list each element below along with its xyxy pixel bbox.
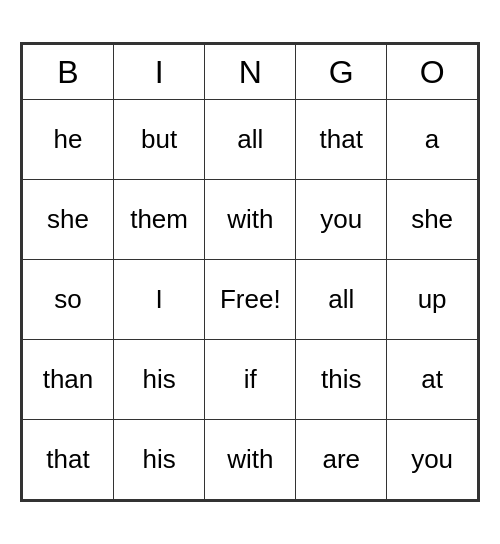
header-cell-n: N — [205, 45, 296, 100]
cell-r0-c0: he — [23, 100, 114, 180]
cell-r2-c0: so — [23, 260, 114, 340]
cell-r4-c4: you — [387, 420, 478, 500]
cell-r3-c3: this — [296, 340, 387, 420]
cell-r4-c1: his — [113, 420, 204, 500]
header-cell-b: B — [23, 45, 114, 100]
cell-r0-c2: all — [205, 100, 296, 180]
cell-r1-c0: she — [23, 180, 114, 260]
table-row: thathiswithareyou — [23, 420, 478, 500]
cell-r4-c3: are — [296, 420, 387, 500]
cell-r1-c3: you — [296, 180, 387, 260]
header-cell-i: I — [113, 45, 204, 100]
cell-r1-c2: with — [205, 180, 296, 260]
cell-r1-c4: she — [387, 180, 478, 260]
cell-r2-c2: Free! — [205, 260, 296, 340]
table-row: soIFree!allup — [23, 260, 478, 340]
cell-r4-c2: with — [205, 420, 296, 500]
table-row: hebutallthata — [23, 100, 478, 180]
bingo-table: BINGO hebutallthatashethemwithyoushesoIF… — [22, 44, 478, 500]
cell-r0-c1: but — [113, 100, 204, 180]
header-cell-o: O — [387, 45, 478, 100]
cell-r3-c4: at — [387, 340, 478, 420]
table-row: thanhisifthisat — [23, 340, 478, 420]
cell-r3-c1: his — [113, 340, 204, 420]
cell-r1-c1: them — [113, 180, 204, 260]
bingo-card: BINGO hebutallthatashethemwithyoushesoIF… — [20, 42, 480, 502]
cell-r2-c3: all — [296, 260, 387, 340]
cell-r0-c3: that — [296, 100, 387, 180]
cell-r2-c4: up — [387, 260, 478, 340]
cell-r2-c1: I — [113, 260, 204, 340]
header-row: BINGO — [23, 45, 478, 100]
header-cell-g: G — [296, 45, 387, 100]
cell-r3-c0: than — [23, 340, 114, 420]
cell-r4-c0: that — [23, 420, 114, 500]
cell-r3-c2: if — [205, 340, 296, 420]
table-row: shethemwithyoushe — [23, 180, 478, 260]
cell-r0-c4: a — [387, 100, 478, 180]
